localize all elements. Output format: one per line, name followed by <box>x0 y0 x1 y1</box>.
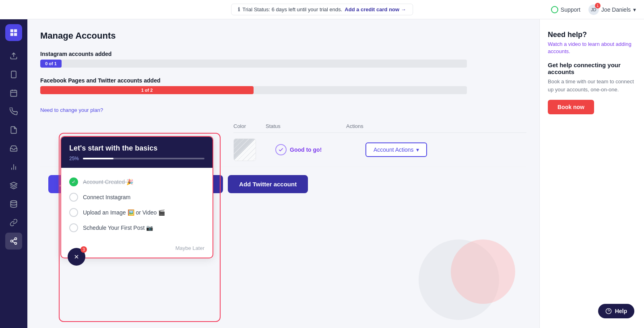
col-header-status: Status <box>266 123 346 129</box>
info-icon: ℹ <box>238 6 240 12</box>
account-actions-label: Account Actions <box>374 146 414 153</box>
sidebar-item-upload[interactable] <box>5 47 22 64</box>
onboarding-heading: Let's start with the basics <box>69 144 204 153</box>
instagram-progress-label: Instagram accounts added <box>40 51 526 57</box>
sidebar-item-link[interactable] <box>5 214 22 231</box>
onboarding-item-2[interactable]: Upload an Image 🖼️ or Video 🎬 <box>69 205 204 220</box>
onboarding-item-label-2: Upload an Image 🖼️ or Video 🎬 <box>83 209 165 216</box>
help-connect-title: Get help connecting your accounts <box>548 62 636 75</box>
help-video-link[interactable]: Watch a video to learn about adding acco… <box>548 41 636 55</box>
color-swatch <box>234 139 256 161</box>
check-circle-2 <box>69 208 78 217</box>
instagram-progress-bar: 0 of 1 <box>40 60 467 68</box>
check-circle-1 <box>69 193 78 202</box>
instagram-progress-value: 0 of 1 <box>45 61 57 66</box>
onboarding-body: ✓ Account Created 🎉 Connect Instagram Up… <box>61 168 213 242</box>
svg-rect-3 <box>11 90 17 96</box>
svg-point-14 <box>15 242 17 244</box>
sidebar-item-share[interactable] <box>5 233 22 250</box>
instagram-bar-fill: 0 of 1 <box>40 60 62 68</box>
deco-circle-gray <box>419 239 499 320</box>
trial-banner: ℹ Trial Status: 6 days left until your t… <box>231 4 413 15</box>
onboarding-header: Let's start with the basics 25% <box>61 137 213 168</box>
onboarding-item-1[interactable]: Connect Instagram <box>69 190 204 205</box>
main-content: Manage Accounts Instagram accounts added… <box>27 19 539 328</box>
user-name: Joe Daniels <box>601 6 631 13</box>
sidebar-item-inbox2[interactable] <box>5 140 22 157</box>
table-header: Color Status Actions <box>233 120 526 133</box>
onboarding-pct: 25% <box>69 156 79 161</box>
onboarding-popup: Let's start with the basics 25% ✓ Accoun… <box>60 136 213 258</box>
onboarding-bar-fill <box>83 158 113 159</box>
status-cell: Good to go! <box>275 144 356 155</box>
support-button[interactable]: Support <box>551 6 580 13</box>
check-circle-3 <box>69 223 78 232</box>
facebook-progress-section: Facebook Pages and Twitter accounts adde… <box>40 77 526 94</box>
right-panel: Need help? Watch a video to learn about … <box>539 19 644 328</box>
help-float-button[interactable]: Help <box>598 304 634 318</box>
instagram-progress-section: Instagram accounts added 0 of 1 <box>40 51 526 68</box>
onboarding-progress-wrap: 25% <box>69 156 204 161</box>
page-title: Manage Accounts <box>40 31 526 41</box>
svg-point-12 <box>15 238 17 240</box>
account-actions-button[interactable]: Account Actions ▾ <box>365 142 427 157</box>
svg-line-15 <box>12 241 15 243</box>
facebook-bar-fill: 1 of 2 <box>40 86 254 94</box>
dropdown-icon: ▾ <box>416 146 419 153</box>
deco-circle-peach <box>451 239 515 304</box>
sidebar-item-calendar[interactable] <box>5 85 22 101</box>
change-plan-link[interactable]: Need to change your plan? <box>40 107 103 113</box>
svg-point-11 <box>11 201 17 203</box>
trial-text: Trial Status: 6 days left until your tri… <box>242 6 342 12</box>
sidebar-item-documents[interactable] <box>5 122 22 138</box>
onboarding-badge-count: 3 <box>80 246 87 253</box>
sidebar-item-inbox[interactable] <box>5 103 22 120</box>
close-onboarding-button[interactable]: 3 <box>68 248 85 266</box>
avatar: JD 1 <box>588 4 599 15</box>
add-card-link[interactable]: Add a credit card now → <box>345 6 406 12</box>
onboarding-item-label-0: Account Created 🎉 <box>83 179 133 185</box>
onboarding-item-label-3: Schedule Your First Post 📷 <box>83 225 153 231</box>
user-menu-button[interactable]: JD 1 Joe Daniels ▾ <box>588 4 636 15</box>
topbar-right: Support JD 1 Joe Daniels ▾ <box>551 4 636 15</box>
add-twitter-button[interactable]: Add Twitter account <box>228 175 308 193</box>
svg-point-13 <box>11 240 13 242</box>
sidebar-item-analytics[interactable] <box>5 159 22 175</box>
svg-marker-10 <box>10 182 17 186</box>
chevron-down-icon: ▾ <box>633 6 636 13</box>
notification-badge: 1 <box>595 3 601 8</box>
sidebar-item-mobile[interactable] <box>5 66 22 83</box>
onboarding-item-label-1: Connect Instagram <box>83 194 130 200</box>
main-layout: Manage Accounts Instagram accounts added… <box>0 19 644 328</box>
book-now-button[interactable]: Book now <box>548 100 594 114</box>
sidebar <box>0 19 27 328</box>
sidebar-item-layers[interactable] <box>5 196 22 212</box>
col-header-color: Color <box>233 123 266 129</box>
help-connect-desc: Book a time with our team to connect up … <box>548 78 636 93</box>
facebook-progress-value: 1 of 2 <box>141 88 153 93</box>
facebook-progress-label: Facebook Pages and Twitter accounts adde… <box>40 77 526 84</box>
status-check-icon <box>275 144 287 155</box>
onboarding-item-0: ✓ Account Created 🎉 <box>69 174 204 190</box>
check-circle-0: ✓ <box>69 177 78 186</box>
svg-line-16 <box>12 239 15 240</box>
onboarding-bar <box>83 158 204 159</box>
col-header-actions: Actions <box>346 123 526 129</box>
help-float-label: Help <box>615 308 627 314</box>
support-status-icon <box>551 6 558 13</box>
actions-cell: Account Actions ▾ <box>365 142 427 157</box>
support-label: Support <box>561 6 580 13</box>
color-swatch-cell <box>233 138 256 161</box>
sidebar-item-design[interactable] <box>5 177 22 194</box>
help-title: Need help? <box>548 31 636 39</box>
app-logo[interactable] <box>5 24 22 41</box>
status-text: Good to go! <box>290 146 322 153</box>
onboarding-item-3[interactable]: Schedule Your First Post 📷 <box>69 220 204 235</box>
topbar: ℹ Trial Status: 6 days left until your t… <box>0 0 644 19</box>
facebook-progress-bar: 1 of 2 <box>40 86 467 94</box>
